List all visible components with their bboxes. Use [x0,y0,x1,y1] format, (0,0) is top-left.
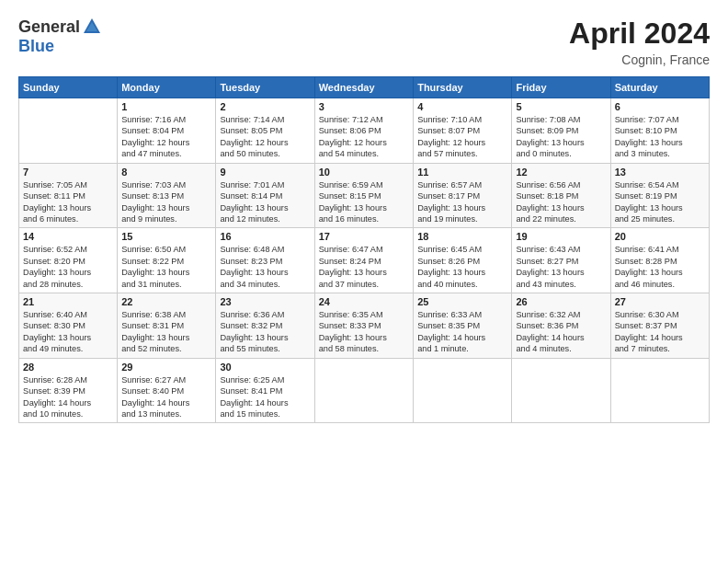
calendar-week-row: 21Sunrise: 6:40 AM Sunset: 8:30 PM Dayli… [19,293,710,359]
day-info: Sunrise: 6:33 AM Sunset: 8:35 PM Dayligh… [417,309,507,355]
calendar-cell: 26Sunrise: 6:32 AM Sunset: 8:36 PM Dayli… [512,293,610,359]
calendar-header-thursday: Thursday [414,77,512,98]
calendar-cell [610,358,709,423]
calendar-cell: 11Sunrise: 6:57 AM Sunset: 8:17 PM Dayli… [414,163,512,228]
calendar-week-row: 14Sunrise: 6:52 AM Sunset: 8:20 PM Dayli… [19,228,710,293]
calendar-week-row: 28Sunrise: 6:28 AM Sunset: 8:39 PM Dayli… [19,358,710,423]
day-number: 23 [220,296,310,307]
day-info: Sunrise: 7:10 AM Sunset: 8:07 PM Dayligh… [417,114,507,160]
calendar-cell: 1Sunrise: 7:16 AM Sunset: 8:04 PM Daylig… [118,98,216,164]
day-number: 2 [220,101,310,112]
day-number: 22 [121,296,211,307]
day-number: 7 [23,167,113,178]
day-info: Sunrise: 6:25 AM Sunset: 8:41 PM Dayligh… [220,374,310,420]
day-number: 16 [220,231,310,242]
calendar-header-sunday: Sunday [19,77,118,98]
day-number: 9 [220,167,310,178]
calendar-week-row: 7Sunrise: 7:05 AM Sunset: 8:11 PM Daylig… [19,163,710,228]
day-number: 3 [319,101,409,112]
calendar-header-wednesday: Wednesday [314,77,413,98]
day-info: Sunrise: 6:50 AM Sunset: 8:22 PM Dayligh… [121,244,211,290]
logo-text: General [18,17,102,37]
day-number: 12 [516,167,606,178]
day-number: 15 [121,231,211,242]
calendar-cell: 22Sunrise: 6:38 AM Sunset: 8:31 PM Dayli… [118,293,216,359]
calendar: SundayMondayTuesdayWednesdayThursdayFrid… [18,76,710,423]
calendar-cell: 27Sunrise: 6:30 AM Sunset: 8:37 PM Dayli… [610,293,709,359]
day-number: 28 [23,362,113,373]
day-number: 24 [319,296,409,307]
calendar-cell: 7Sunrise: 7:05 AM Sunset: 8:11 PM Daylig… [19,163,118,228]
day-number: 17 [319,231,409,242]
day-number: 5 [516,101,606,112]
title-area: April 2024 Cognin, France [569,17,710,67]
calendar-cell: 15Sunrise: 6:50 AM Sunset: 8:22 PM Dayli… [118,228,216,293]
calendar-cell: 6Sunrise: 7:07 AM Sunset: 8:10 PM Daylig… [610,98,709,164]
day-number: 11 [417,167,507,178]
day-info: Sunrise: 6:52 AM Sunset: 8:20 PM Dayligh… [23,244,113,290]
day-info: Sunrise: 6:54 AM Sunset: 8:19 PM Dayligh… [615,179,705,225]
day-info: Sunrise: 7:05 AM Sunset: 8:11 PM Dayligh… [23,179,113,225]
day-number: 29 [121,362,211,373]
calendar-cell: 12Sunrise: 6:56 AM Sunset: 8:18 PM Dayli… [512,163,610,228]
calendar-cell: 18Sunrise: 6:45 AM Sunset: 8:26 PM Dayli… [414,228,512,293]
day-info: Sunrise: 6:36 AM Sunset: 8:32 PM Dayligh… [220,309,310,355]
day-info: Sunrise: 6:40 AM Sunset: 8:30 PM Dayligh… [23,309,113,355]
calendar-cell: 16Sunrise: 6:48 AM Sunset: 8:23 PM Dayli… [216,228,314,293]
day-info: Sunrise: 6:56 AM Sunset: 8:18 PM Dayligh… [516,179,606,225]
page: General Blue April 2024 Cognin, France S… [0,0,728,563]
calendar-cell: 5Sunrise: 7:08 AM Sunset: 8:09 PM Daylig… [512,98,610,164]
location: Cognin, France [569,52,710,67]
day-info: Sunrise: 6:30 AM Sunset: 8:37 PM Dayligh… [615,309,705,355]
day-info: Sunrise: 6:38 AM Sunset: 8:31 PM Dayligh… [121,309,211,355]
calendar-header-saturday: Saturday [610,77,709,98]
day-number: 19 [516,231,606,242]
calendar-cell: 4Sunrise: 7:10 AM Sunset: 8:07 PM Daylig… [414,98,512,164]
day-number: 6 [615,101,705,112]
calendar-cell: 24Sunrise: 6:35 AM Sunset: 8:33 PM Dayli… [314,293,413,359]
day-info: Sunrise: 7:07 AM Sunset: 8:10 PM Dayligh… [615,114,705,160]
day-info: Sunrise: 6:41 AM Sunset: 8:28 PM Dayligh… [615,244,705,290]
day-number: 27 [615,296,705,307]
calendar-cell: 3Sunrise: 7:12 AM Sunset: 8:06 PM Daylig… [314,98,413,164]
calendar-cell [512,358,610,423]
day-info: Sunrise: 7:03 AM Sunset: 8:13 PM Dayligh… [121,179,211,225]
month-year: April 2024 [569,17,710,51]
day-info: Sunrise: 6:45 AM Sunset: 8:26 PM Dayligh… [417,244,507,290]
day-info: Sunrise: 7:08 AM Sunset: 8:09 PM Dayligh… [516,114,606,160]
calendar-cell: 2Sunrise: 7:14 AM Sunset: 8:05 PM Daylig… [216,98,314,164]
day-number: 14 [23,231,113,242]
day-number: 4 [417,101,507,112]
calendar-cell: 28Sunrise: 6:28 AM Sunset: 8:39 PM Dayli… [19,358,118,423]
day-info: Sunrise: 7:01 AM Sunset: 8:14 PM Dayligh… [220,179,310,225]
day-number: 1 [121,101,211,112]
calendar-cell: 30Sunrise: 6:25 AM Sunset: 8:41 PM Dayli… [216,358,314,423]
calendar-header-monday: Monday [118,77,216,98]
calendar-cell: 9Sunrise: 7:01 AM Sunset: 8:14 PM Daylig… [216,163,314,228]
calendar-cell: 25Sunrise: 6:33 AM Sunset: 8:35 PM Dayli… [414,293,512,359]
day-number: 13 [615,167,705,178]
logo-blue-text: Blue [18,37,54,56]
calendar-cell [314,358,413,423]
calendar-cell: 19Sunrise: 6:43 AM Sunset: 8:27 PM Dayli… [512,228,610,293]
calendar-cell: 14Sunrise: 6:52 AM Sunset: 8:20 PM Dayli… [19,228,118,293]
day-info: Sunrise: 7:16 AM Sunset: 8:04 PM Dayligh… [121,114,211,160]
day-number: 20 [615,231,705,242]
calendar-cell [19,98,118,164]
calendar-header-row: SundayMondayTuesdayWednesdayThursdayFrid… [19,77,710,98]
day-info: Sunrise: 6:59 AM Sunset: 8:15 PM Dayligh… [319,179,409,225]
calendar-cell: 29Sunrise: 6:27 AM Sunset: 8:40 PM Dayli… [118,358,216,423]
calendar-cell: 8Sunrise: 7:03 AM Sunset: 8:13 PM Daylig… [118,163,216,228]
day-number: 8 [121,167,211,178]
calendar-header-tuesday: Tuesday [216,77,314,98]
day-info: Sunrise: 7:14 AM Sunset: 8:05 PM Dayligh… [220,114,310,160]
day-info: Sunrise: 6:35 AM Sunset: 8:33 PM Dayligh… [319,309,409,355]
logo: General Blue [18,17,102,56]
day-info: Sunrise: 6:48 AM Sunset: 8:23 PM Dayligh… [220,244,310,290]
calendar-cell: 17Sunrise: 6:47 AM Sunset: 8:24 PM Dayli… [314,228,413,293]
day-number: 30 [220,362,310,373]
day-number: 25 [417,296,507,307]
calendar-week-row: 1Sunrise: 7:16 AM Sunset: 8:04 PM Daylig… [19,98,710,164]
calendar-cell [414,358,512,423]
day-info: Sunrise: 6:28 AM Sunset: 8:39 PM Dayligh… [23,374,113,420]
